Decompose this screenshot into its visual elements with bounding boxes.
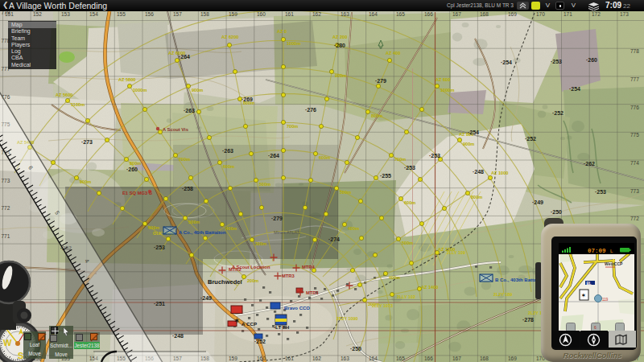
svg-text:119: 119 bbox=[602, 298, 609, 302]
svg-text:07:09: 07:09 bbox=[588, 248, 606, 254]
svg-text:✶: ✶ bbox=[581, 292, 587, 299]
svg-text:W: W bbox=[3, 338, 12, 348]
svg-text:BL: BL bbox=[587, 282, 592, 286]
svg-text:WestCCP: WestCCP bbox=[605, 261, 623, 266]
